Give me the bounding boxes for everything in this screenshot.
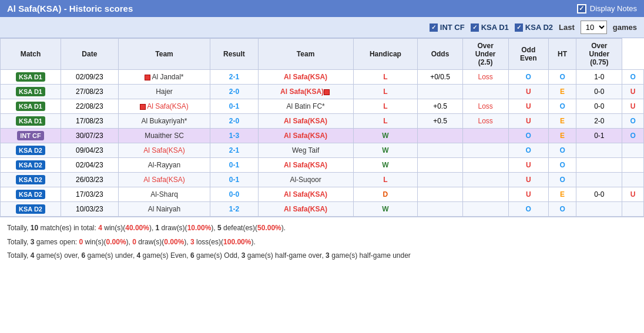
- cell-outcome: L: [353, 99, 418, 114]
- cell-date: 27/08/23: [61, 85, 118, 99]
- cell-league: KSA D1: [1, 114, 61, 129]
- cell-date: 22/08/23: [61, 99, 118, 114]
- ou075-value: U: [630, 88, 636, 96]
- cell-handicap: +0/0.5: [418, 70, 462, 85]
- cell-ou25: O: [508, 143, 548, 158]
- cell-result: 0-0: [210, 187, 258, 202]
- table-row: KSA D1 17/08/23 Al Bukayriyah* 2-0 Al Sa…: [1, 114, 644, 129]
- cell-result: 2-1: [210, 70, 258, 85]
- cell-odds-result: Loss: [462, 70, 508, 85]
- league-badge: KSA D2: [16, 146, 45, 155]
- table-row: KSA D2 17/03/23 Al-Sharq 0-0 Al Safa(KSA…: [1, 187, 644, 202]
- cell-team2: Al Safa(KSA): [258, 129, 353, 143]
- cell-ht: 0-0: [576, 99, 622, 114]
- table-row: KSA D2 10/03/23 Al Nairyah 1-2 Al Safa(K…: [1, 202, 644, 217]
- table-row: KSA D2 26/03/23 Al Safa(KSA) 0-1 Al-Suqo…: [1, 173, 644, 187]
- team1-name: Al Safa(KSA): [143, 146, 185, 154]
- cell-league: KSA D2: [1, 202, 61, 217]
- summary-line2: Totally, 3 games open: 0 win(s)(0.00%), …: [7, 236, 637, 249]
- col-ou075: OverUnder(0.75): [576, 39, 622, 70]
- summary-line1: Totally, 10 match(es) in total: 4 win(s)…: [7, 222, 637, 235]
- intcf-checkbox[interactable]: [430, 23, 438, 32]
- outcome-label: W: [382, 146, 388, 154]
- cell-outcome: L: [353, 173, 418, 187]
- league-badge: INT CF: [17, 131, 43, 140]
- col-ou25: OverUnder(2.5): [462, 39, 508, 70]
- cell-result: 0-1: [210, 99, 258, 114]
- cell-ht: 0-1: [576, 129, 622, 143]
- cell-team1: Al Safa(KSA): [118, 143, 210, 158]
- cell-league: KSA D1: [1, 70, 61, 85]
- team2-name: Al Safa(KSA): [284, 132, 327, 140]
- display-notes-checkbox[interactable]: [577, 4, 586, 14]
- cell-outcome: L: [353, 114, 418, 129]
- cell-oe: O: [548, 143, 576, 158]
- cell-team2: Al Safa(KSA): [258, 114, 353, 129]
- oe-value: O: [559, 161, 565, 169]
- cell-date: 30/07/23: [61, 129, 118, 143]
- cell-handicap: [418, 85, 462, 99]
- display-notes-label: Display Notes: [590, 4, 637, 13]
- cell-ht: [576, 173, 622, 187]
- games-select[interactable]: 10 5 15 20 25 50: [581, 21, 607, 34]
- ou075-value: U: [630, 102, 636, 110]
- cell-ou075: O: [622, 129, 644, 143]
- cell-result: 2-0: [210, 114, 258, 129]
- cell-team1: Al-Rayyan: [118, 158, 210, 173]
- team2-name: Al Safa(KSA): [284, 117, 327, 125]
- team2-name: Al Safa(KSA): [284, 73, 327, 81]
- ksad2-checkbox[interactable]: [515, 23, 523, 32]
- filter-row: INT CF KSA D1 KSA D2 Last 10 5 15 20 25 …: [0, 17, 644, 38]
- col-team2: Team: [258, 39, 353, 70]
- outcome-label: L: [383, 117, 387, 125]
- ou25-value: U: [526, 161, 531, 169]
- cell-result: 2-0: [210, 85, 258, 99]
- summary-line3: Totally, 4 game(s) over, 6 game(s) under…: [7, 250, 637, 263]
- col-result: Result: [210, 39, 258, 70]
- cell-date: 10/03/23: [61, 202, 118, 217]
- cell-odds-result: [462, 173, 508, 187]
- outcome-label: L: [383, 73, 387, 81]
- cell-ht: 2-0: [576, 114, 622, 129]
- cell-handicap: [418, 158, 462, 173]
- ksad2-label: KSA D2: [525, 23, 553, 32]
- red-card-icon: [140, 104, 146, 110]
- oe-value: E: [560, 88, 565, 96]
- col-odds: Odds: [418, 39, 462, 70]
- cell-team1: Al Safa(KSA): [118, 173, 210, 187]
- cell-league: INT CF: [1, 129, 61, 143]
- oe-value: O: [559, 146, 565, 154]
- col-handicap: Handicap: [353, 39, 418, 70]
- red-card-icon: [145, 75, 150, 80]
- cell-ou25: U: [508, 158, 548, 173]
- cell-oe: O: [548, 158, 576, 173]
- cell-date: 17/08/23: [61, 114, 118, 129]
- table-row: KSA D1 02/09/23 Al Jandal* 2-1 Al Safa(K…: [1, 70, 644, 85]
- league-badge: KSA D1: [16, 102, 45, 111]
- cell-odds-result: Loss: [462, 99, 508, 114]
- table-row: KSA D2 09/04/23 Al Safa(KSA) 2-1 Weg Tai…: [1, 143, 644, 158]
- cell-ou25: U: [508, 173, 548, 187]
- team1-name: Al Safa(KSA): [147, 102, 189, 110]
- outcome-label: L: [383, 102, 387, 110]
- cell-league: KSA D1: [1, 85, 61, 99]
- oe-value: E: [560, 117, 565, 125]
- team2-name: Al Safa(KSA): [284, 161, 327, 169]
- cell-team2: Al Safa(KSA): [258, 202, 353, 217]
- cell-date: 26/03/23: [61, 173, 118, 187]
- cell-league: KSA D2: [1, 187, 61, 202]
- cell-outcome: W: [353, 129, 418, 143]
- cell-team2: Al Safa(KSA): [258, 70, 353, 85]
- summary-section: Totally, 10 match(es) in total: 4 win(s)…: [0, 217, 644, 268]
- cell-handicap: [418, 129, 462, 143]
- cell-ht: 0-0: [576, 85, 622, 99]
- ksad1-checkbox[interactable]: [471, 23, 479, 32]
- team1-name: Al Safa(KSA): [143, 176, 185, 184]
- league-badge: KSA D1: [16, 72, 45, 82]
- cell-outcome: D: [353, 187, 418, 202]
- cell-outcome: L: [353, 70, 418, 85]
- cell-oe: O: [548, 99, 576, 114]
- cell-outcome: W: [353, 143, 418, 158]
- cell-oe: O: [548, 70, 576, 85]
- team2-name: Al Safa(KSA): [284, 190, 327, 199]
